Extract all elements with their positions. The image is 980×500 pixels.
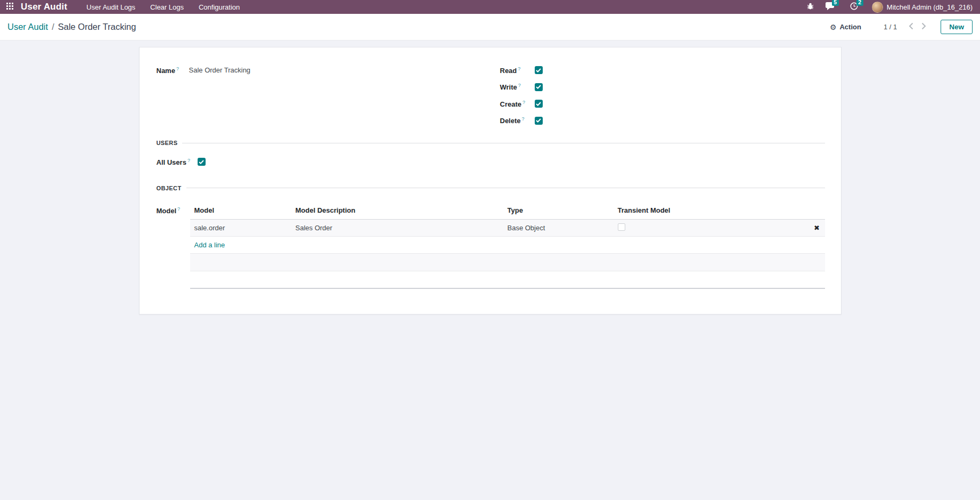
activities-button[interactable]: 2: [850, 2, 858, 12]
name-field-row: Name? Sale Order Tracking: [157, 62, 500, 79]
column-header-actions: [809, 202, 825, 220]
gear-icon: ⚙: [830, 23, 837, 31]
permission-row-create: Create?: [500, 95, 825, 112]
chevron-left-icon: [909, 22, 913, 31]
column-header-model-description[interactable]: Model Description: [291, 202, 503, 220]
add-a-line-link[interactable]: Add a line: [194, 241, 225, 249]
systray: 5 2 Mitchell Admin (db_16_216): [807, 2, 975, 13]
pager-value: 1 / 1: [884, 23, 897, 31]
permission-row-delete: Delete?: [500, 112, 825, 130]
delete-row-icon[interactable]: ✖: [813, 224, 821, 232]
help-marker: ?: [176, 66, 179, 71]
help-marker: ?: [187, 158, 190, 163]
table-row[interactable]: sale.order Sales Order Base Object ✖: [190, 220, 825, 237]
new-record-button[interactable]: New: [941, 20, 973, 34]
cell-type[interactable]: Base Object: [503, 220, 614, 237]
permission-row-read: Read?: [500, 62, 825, 79]
app-brand-title[interactable]: User Audit: [21, 2, 67, 12]
all-users-label-text: All Users: [157, 158, 186, 166]
create-checkbox[interactable]: [535, 100, 543, 108]
permission-row-write: Write?: [500, 79, 825, 96]
name-label-text: Name: [157, 67, 175, 75]
help-marker: ?: [522, 116, 525, 122]
breadcrumb-parent-link[interactable]: User Audit: [7, 22, 48, 32]
empty-row: [190, 271, 825, 288]
apps-grid-icon: [6, 3, 13, 11]
bug-icon: [807, 3, 814, 11]
help-marker: ?: [518, 66, 520, 71]
delete-label: Delete?: [500, 116, 535, 125]
model-table-header-row: Model Model Description Type Transient M…: [190, 202, 825, 220]
control-panel-right: ⚙ Action 1 / 1 New: [830, 20, 973, 34]
create-label-text: Create: [500, 100, 521, 108]
app-menu: User Audit Logs Clear Logs Configuration: [79, 0, 247, 14]
write-label: Write?: [500, 83, 535, 91]
column-header-model[interactable]: Model: [190, 202, 291, 220]
cell-delete: ✖: [809, 220, 825, 237]
transient-model-checkbox[interactable]: [618, 223, 625, 231]
object-section-header: OBJECT: [157, 184, 825, 192]
write-checkbox[interactable]: [535, 83, 543, 91]
control-panel: User Audit / Sale Order Tracking ⚙ Actio…: [0, 14, 980, 41]
model-field-block: Model? Model Model Description Type Tran…: [157, 202, 825, 289]
messages-button[interactable]: 5: [826, 2, 834, 12]
form-card: Name? Sale Order Tracking Read? Write: [139, 47, 842, 314]
content-area: Name? Sale Order Tracking Read? Write: [0, 41, 980, 314]
debug-button[interactable]: [807, 3, 814, 11]
read-label-text: Read: [500, 67, 517, 75]
activities-count-badge: 2: [856, 0, 863, 6]
breadcrumb: User Audit / Sale Order Tracking: [7, 22, 136, 32]
read-checkbox[interactable]: [535, 66, 543, 74]
name-field-group: Name? Sale Order Tracking: [157, 62, 500, 129]
pager-previous-button[interactable]: [904, 21, 917, 34]
messages-count-badge: 5: [832, 0, 839, 6]
permissions-group: Read? Write? Create?: [500, 62, 825, 129]
all-users-checkbox[interactable]: [198, 158, 206, 166]
model-list-table: Model Model Description Type Transient M…: [190, 202, 825, 289]
write-label-text: Write: [500, 83, 517, 91]
help-marker: ?: [518, 83, 521, 88]
top-navbar: User Audit User Audit Logs Clear Logs Co…: [0, 0, 980, 14]
chevron-right-icon: [921, 22, 926, 31]
action-menu-label: Action: [839, 23, 861, 31]
name-field-value[interactable]: Sale Order Tracking: [189, 66, 251, 74]
model-field-label: Model?: [157, 202, 190, 215]
all-users-field-row: All Users?: [157, 154, 825, 171]
apps-menu-button[interactable]: [4, 3, 15, 11]
help-marker: ?: [177, 206, 180, 212]
column-header-type[interactable]: Type: [503, 202, 614, 220]
users-section-title: USERS: [157, 140, 178, 146]
action-menu-button[interactable]: ⚙ Action: [830, 23, 861, 31]
section-divider: [182, 143, 824, 143]
menu-item-clear-logs[interactable]: Clear Logs: [143, 0, 191, 14]
menu-item-configuration[interactable]: Configuration: [191, 0, 247, 14]
object-section-title: OBJECT: [157, 185, 182, 191]
name-field-label: Name?: [157, 66, 189, 75]
menu-item-user-audit-logs[interactable]: User Audit Logs: [79, 0, 143, 14]
help-marker: ?: [522, 100, 525, 105]
model-label-text: Model: [157, 207, 177, 215]
cell-transient-model: [614, 220, 809, 237]
form-top-block: Name? Sale Order Tracking Read? Write: [157, 47, 825, 129]
cell-model-description[interactable]: Sales Order: [291, 220, 503, 237]
users-section-header: USERS: [157, 139, 825, 147]
create-label: Create?: [500, 100, 535, 108]
section-divider: [186, 188, 825, 188]
user-menu[interactable]: Mitchell Admin (db_16_216): [887, 3, 973, 11]
add-line-row: Add a line: [190, 237, 825, 254]
empty-row: [190, 254, 825, 271]
all-users-label: All Users?: [157, 158, 190, 166]
read-label: Read?: [500, 66, 535, 75]
breadcrumb-current: Sale Order Tracking: [58, 22, 136, 32]
pager-next-button[interactable]: [917, 21, 930, 34]
delete-label-text: Delete: [500, 117, 521, 125]
delete-checkbox[interactable]: [535, 117, 543, 125]
user-avatar[interactable]: [872, 2, 883, 13]
column-header-transient-model[interactable]: Transient Model: [614, 202, 809, 220]
cell-model[interactable]: sale.order: [190, 220, 291, 237]
breadcrumb-separator: /: [52, 22, 54, 32]
